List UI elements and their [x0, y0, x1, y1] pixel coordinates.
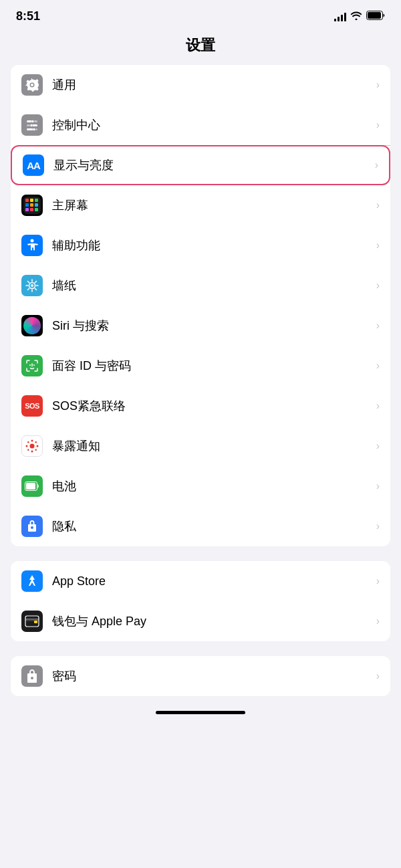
row-label-general: 通用	[52, 77, 371, 93]
svg-rect-15	[35, 199, 38, 202]
chevron-general: ›	[376, 79, 380, 91]
icon-general	[21, 74, 43, 96]
chevron-appstore: ›	[376, 575, 380, 587]
settings-section-3: 密码 ›	[11, 656, 390, 696]
row-sos[interactable]: SOS SOS紧急联络 ›	[11, 386, 390, 426]
chevron-wallpaper: ›	[376, 280, 380, 292]
icon-siri	[21, 315, 43, 336]
row-label-sos: SOS紧急联络	[52, 398, 371, 414]
svg-rect-10	[35, 128, 37, 130]
status-time: 8:51	[16, 9, 40, 23]
svg-rect-13	[25, 199, 29, 202]
svg-point-38	[27, 441, 29, 443]
svg-line-30	[35, 288, 36, 290]
row-accessibility[interactable]: 辅助功能 ›	[11, 225, 390, 265]
row-wallet[interactable]: 钱包与 Apple Pay ›	[11, 601, 390, 641]
svg-line-29	[28, 282, 29, 283]
svg-point-5	[31, 120, 34, 123]
svg-rect-16	[25, 203, 29, 207]
chevron-siri: ›	[376, 320, 380, 332]
page-title-bar: 设置	[0, 29, 401, 65]
row-label-battery: 电池	[52, 478, 371, 494]
row-label-appstore: App Store	[52, 574, 371, 588]
svg-rect-21	[35, 208, 38, 211]
svg-point-39	[35, 441, 37, 443]
chevron-faceid: ›	[376, 360, 380, 372]
chevron-control-center: ›	[376, 119, 380, 131]
chevron-accessibility: ›	[376, 239, 380, 251]
svg-rect-46	[34, 621, 37, 623]
icon-appstore	[21, 570, 43, 592]
chevron-homescreen: ›	[376, 199, 380, 211]
chevron-sos: ›	[376, 400, 380, 412]
icon-wallpaper	[21, 275, 43, 296]
svg-point-24	[31, 284, 33, 287]
svg-point-40	[27, 449, 29, 451]
row-homescreen[interactable]: 主屏幕 ›	[11, 185, 390, 225]
icon-accessibility	[21, 235, 43, 256]
icon-homescreen	[21, 195, 43, 216]
chevron-passwords: ›	[376, 670, 380, 682]
svg-point-34	[31, 440, 33, 442]
status-icons	[334, 11, 385, 23]
wifi-icon	[350, 11, 362, 23]
status-bar: 8:51	[0, 0, 401, 29]
svg-point-37	[37, 445, 39, 447]
svg-point-11	[33, 128, 35, 131]
row-general[interactable]: 通用 ›	[11, 65, 390, 105]
svg-rect-18	[35, 203, 38, 207]
svg-point-35	[31, 451, 33, 453]
row-siri[interactable]: Siri 与搜索 ›	[11, 306, 390, 346]
svg-point-2	[31, 84, 33, 86]
row-privacy[interactable]: 隐私 ›	[11, 506, 390, 546]
icon-display: AA	[23, 154, 44, 176]
row-label-exposure: 暴露通知	[52, 438, 371, 454]
row-display[interactable]: AA 显示与亮度 ›	[11, 145, 390, 185]
icon-battery	[21, 475, 43, 497]
row-wallpaper[interactable]: 墙纸 ›	[11, 265, 390, 306]
svg-rect-17	[30, 203, 33, 207]
row-faceid[interactable]: 面容 ID 与密码 ›	[11, 346, 390, 386]
row-label-homescreen: 主屏幕	[52, 197, 371, 213]
svg-rect-47	[25, 619, 39, 620]
svg-rect-6	[27, 124, 30, 126]
row-label-faceid: 面容 ID 与密码	[52, 358, 371, 374]
icon-sos: SOS	[21, 395, 43, 417]
svg-line-31	[35, 282, 36, 283]
svg-point-41	[35, 449, 37, 451]
row-control-center[interactable]: 控制中心 ›	[11, 105, 390, 145]
icon-passwords	[21, 665, 43, 687]
chevron-display: ›	[375, 159, 378, 171]
row-passwords[interactable]: 密码 ›	[11, 656, 390, 696]
svg-point-22	[31, 239, 34, 243]
svg-rect-19	[25, 208, 29, 211]
battery-icon	[366, 11, 385, 23]
page-title: 设置	[186, 37, 215, 53]
svg-point-33	[30, 444, 35, 449]
chevron-wallet: ›	[376, 615, 380, 627]
icon-faceid	[21, 355, 43, 376]
row-label-wallpaper: 墙纸	[52, 278, 371, 294]
svg-rect-4	[34, 120, 37, 122]
chevron-exposure: ›	[376, 440, 380, 452]
icon-wallet	[21, 611, 43, 632]
icon-control-center	[21, 114, 43, 136]
svg-point-36	[26, 445, 28, 447]
row-appstore[interactable]: App Store ›	[11, 561, 390, 601]
svg-rect-43	[26, 483, 35, 490]
svg-point-8	[30, 124, 33, 127]
icon-exposure	[21, 435, 43, 457]
row-label-siri: Siri 与搜索	[52, 318, 371, 334]
row-battery[interactable]: 电池 ›	[11, 466, 390, 506]
svg-line-32	[28, 288, 29, 290]
signal-icon	[334, 12, 346, 21]
home-indicator	[156, 711, 245, 714]
settings-section-2: App Store › 钱包与 Apple Pay ›	[11, 561, 390, 641]
row-label-accessibility: 辅助功能	[52, 237, 371, 253]
chevron-privacy: ›	[376, 520, 380, 532]
icon-privacy	[21, 516, 43, 537]
svg-rect-1	[368, 12, 381, 19]
row-exposure[interactable]: 暴露通知 ›	[11, 426, 390, 466]
row-label-control-center: 控制中心	[52, 117, 371, 133]
row-label-display: 显示与亮度	[53, 157, 370, 173]
